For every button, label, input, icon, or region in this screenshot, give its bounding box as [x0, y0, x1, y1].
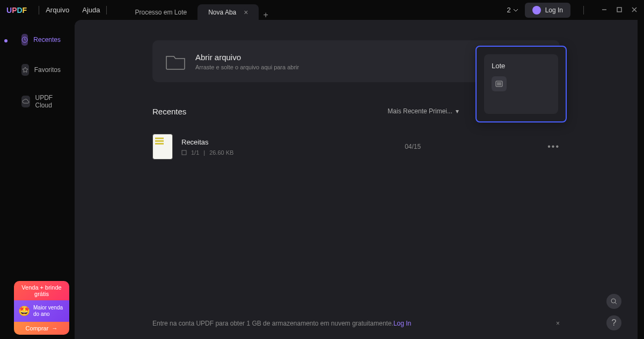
content-area: Abrir arquivo Arraste e solte o arquivo …: [75, 20, 638, 339]
recent-title: Recentes: [152, 107, 186, 116]
close-button[interactable]: [631, 5, 638, 15]
svg-rect-13: [182, 150, 186, 155]
sidebar-item-label: Favoritos: [34, 66, 61, 74]
promo-text: Maior venda do ano: [33, 305, 65, 318]
divider: [106, 6, 107, 15]
emoji-icon: 🤩: [18, 305, 30, 317]
open-title: Abrir arquivo: [195, 53, 299, 62]
tab-label: Nova Aba: [208, 9, 236, 16]
banner-login-link[interactable]: Log In: [393, 320, 411, 327]
minimize-button[interactable]: [601, 5, 608, 15]
sidebar-item-favorites[interactable]: Favoritos: [17, 61, 65, 79]
sidebar-item-cloud[interactable]: UPDF Cloud: [17, 91, 65, 112]
cloud-icon: [21, 96, 30, 107]
open-text: Abrir arquivo Arraste e solte o arquivo …: [195, 53, 299, 70]
lote-inner: Lote: [484, 54, 558, 114]
right-controls: 2 Log In: [507, 3, 638, 18]
sidebar: Recentes Favoritos UPDF Cloud Venda + br…: [8, 20, 75, 339]
open-subtitle: Arraste e solte o arquivo aqui para abri…: [195, 64, 299, 70]
sort-label: Mais Recente Primei...: [387, 107, 452, 115]
main: Recentes Favoritos UPDF Cloud Venda + br…: [0, 20, 644, 339]
indicator-dot: [4, 39, 8, 42]
file-thumbnail: [152, 134, 173, 160]
svg-point-14: [611, 299, 616, 303]
banner-text: Entre na conta UPDF para obter 1 GB de a…: [152, 320, 393, 327]
file-date: 04/15: [405, 143, 421, 150]
tab-bar: Processo em Lote Nova Aba × +: [124, 0, 507, 20]
buy-label: Comprar: [26, 325, 49, 331]
svg-rect-1: [617, 8, 621, 12]
close-icon[interactable]: ×: [556, 320, 560, 327]
maximize-button[interactable]: [616, 5, 623, 15]
file-pages: 1/1: [191, 149, 199, 156]
main-menu: Arquivo Ajuda: [46, 6, 100, 14]
lote-panel: Lote: [475, 46, 567, 122]
file-row[interactable]: Receitas 1/1 | 26.60 KB 04/15 •••: [152, 127, 560, 166]
promo-header: Venda + brinde grátis: [14, 281, 69, 300]
app-logo: UPDF: [6, 6, 27, 15]
menu-help[interactable]: Ajuda: [82, 6, 100, 14]
svg-line-15: [615, 302, 617, 304]
sidebar-item-recent[interactable]: Recentes: [17, 31, 65, 49]
tab-batch[interactable]: Processo em Lote: [124, 4, 197, 20]
sidebar-item-label: Recentes: [33, 36, 61, 44]
arrow-right-icon: →: [52, 325, 57, 331]
tab-label: Processo em Lote: [135, 9, 187, 16]
add-tab-button[interactable]: +: [263, 10, 268, 20]
login-label: Log In: [545, 6, 563, 14]
star-icon: [21, 64, 29, 76]
file-meta: 1/1 | 26.60 KB: [181, 149, 342, 156]
help-button[interactable]: ?: [606, 315, 621, 330]
sort-dropdown[interactable]: Mais Recente Primei... ▾: [387, 107, 459, 115]
file-info: Receitas 1/1 | 26.60 KB: [181, 138, 342, 156]
clock-icon: [21, 34, 28, 46]
chevron-down-icon: [513, 9, 518, 12]
divider: [583, 6, 584, 15]
scanner-icon[interactable]: [492, 76, 507, 91]
window-controls: [601, 5, 638, 15]
counter-dropdown[interactable]: 2: [507, 6, 518, 14]
login-button[interactable]: Log In: [525, 3, 570, 18]
file-name: Receitas: [181, 138, 342, 146]
promo-card: Venda + brinde grátis 🤩 Maior venda do a…: [14, 281, 69, 335]
file-size: 26.60 KB: [209, 149, 233, 156]
caret-down-icon: ▾: [456, 107, 459, 115]
separator: |: [203, 149, 205, 156]
search-button[interactable]: [606, 294, 621, 309]
avatar-icon: [532, 6, 541, 15]
tab-new[interactable]: Nova Aba ×: [197, 4, 259, 20]
promo-body: 🤩 Maior venda do ano: [14, 300, 69, 322]
more-button[interactable]: •••: [547, 142, 560, 152]
float-buttons: ?: [606, 294, 621, 330]
divider: [39, 6, 39, 15]
login-banner: Entre na conta UPDF para obter 1 GB de a…: [152, 320, 560, 327]
page-icon: [181, 150, 187, 155]
sidebar-item-label: UPDF Cloud: [35, 94, 61, 109]
lote-title: Lote: [492, 62, 551, 70]
close-icon[interactable]: ×: [244, 8, 248, 17]
counter-value: 2: [507, 6, 510, 14]
folder-icon: [165, 52, 186, 70]
buy-button[interactable]: Comprar →: [14, 322, 69, 335]
menu-file[interactable]: Arquivo: [46, 6, 69, 14]
topbar: UPDF Arquivo Ajuda Processo em Lote Nova…: [0, 0, 644, 20]
